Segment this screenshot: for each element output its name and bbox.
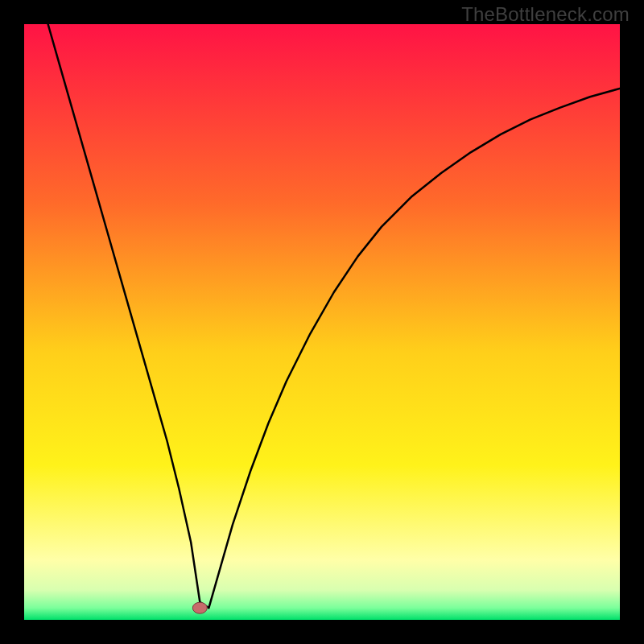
gradient-background bbox=[24, 24, 620, 620]
bottleneck-chart bbox=[24, 24, 620, 620]
minimum-marker bbox=[192, 602, 207, 613]
watermark-label: TheBottleneck.com bbox=[461, 3, 630, 26]
chart-frame bbox=[24, 24, 620, 620]
